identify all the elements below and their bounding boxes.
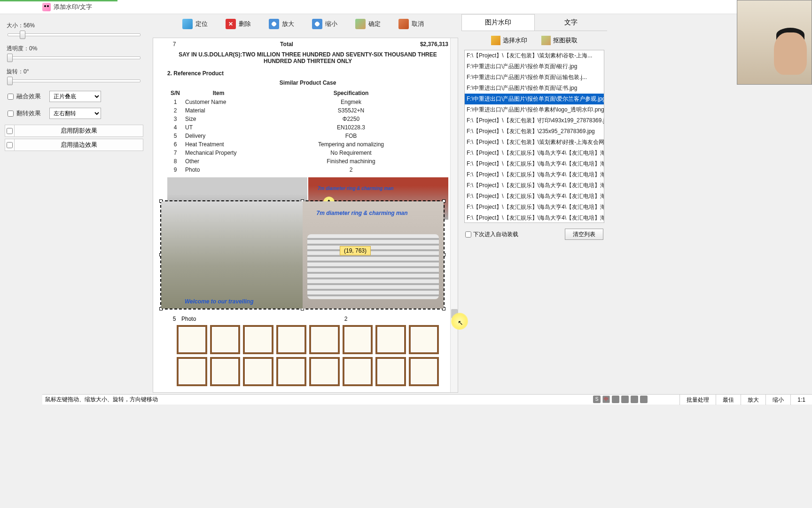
status-hint: 鼠标左键拖动、缩放大小、旋转，方向键移动	[42, 396, 679, 404]
left-panel: 大小：56% 透明度：0% 旋转：0° 融合效果 正片叠底 翻转效果 左右翻转 …	[0, 14, 148, 160]
right-panel: 图片水印 文字 选择水印 抠图获取 F:\【Project】\【友汇包装】\策划…	[461, 14, 607, 246]
confirm-icon	[355, 19, 366, 29]
selected-photo-right: 7m diameter ring & charming man	[303, 201, 444, 309]
delete-icon: ✕	[226, 19, 236, 29]
opacity-label: 透明度：	[7, 45, 29, 52]
file-list[interactable]: F:\【Project】\【友汇包装】\策划素材\谷歌-上海...F:\中重进出…	[464, 50, 604, 223]
file-row[interactable]: F:\【Project】\【友汇娱乐】\海岛大亨4\【友汇电培】海岛...	[465, 191, 604, 202]
bestfit-button[interactable]: 最佳	[716, 395, 741, 405]
rotate-slider[interactable]	[8, 79, 141, 82]
app-icon	[42, 3, 51, 11]
sogou-icon[interactable]: S	[593, 396, 601, 403]
clear-list-button[interactable]: 清空列表	[565, 229, 603, 240]
rotate-label: 旋转：	[7, 68, 23, 75]
file-row[interactable]: F:\【Project】\【友汇娱乐】\海岛大亨4\【友汇电培】海岛...	[465, 213, 604, 223]
tab-image-watermark[interactable]: 图片水印	[461, 14, 535, 31]
statusbar: 鼠标左键拖动、缩放大小、旋转，方向键移动 批量处理 最佳 放大 缩小 1:1	[42, 394, 812, 405]
titlebar: 添加水印/文字	[0, 0, 812, 14]
zoomin-bottom-button[interactable]: 放大	[741, 395, 765, 405]
select-watermark-button[interactable]: 选择水印	[491, 36, 527, 45]
ime-tray: S 中	[593, 394, 648, 405]
ratio-button[interactable]: 1:1	[790, 395, 812, 405]
file-row[interactable]: F:\【Project】\【友汇娱乐】\海岛大亨4\【友汇电培】海岛...	[465, 202, 604, 213]
cancel-icon	[398, 19, 409, 29]
size-value: 56%	[23, 22, 35, 29]
snip-watermark-button[interactable]: 抠图获取	[541, 36, 578, 45]
toolbar: 定位 ✕删除 放大 缩小 确定 取消	[182, 19, 424, 29]
ime-settings-icon[interactable]	[640, 396, 648, 403]
document-preview: 7 Total $2,376,313 SAY IN U.S.DOLLAR(S):…	[153, 38, 458, 222]
confirm-button[interactable]: 确定	[355, 19, 381, 29]
ime-keyboard-icon[interactable]	[631, 396, 638, 403]
zoomout-icon	[312, 19, 322, 29]
zoomin-button[interactable]: 放大	[269, 19, 294, 29]
shadow-toggle[interactable]: 启用阴影效果	[5, 125, 143, 137]
reference-heading: 2. Reference Product	[167, 70, 448, 77]
opacity-value: 0%	[29, 45, 37, 52]
file-row[interactable]: F:\中重进出口\产品图片\报价单页面\证书.jpg	[465, 83, 604, 94]
locate-button[interactable]: 定位	[182, 19, 208, 29]
flip-label: 翻转效果	[16, 109, 49, 118]
file-row[interactable]: F:\中重进出口\产品图片\报价单素材\logo_透明水印.png	[465, 104, 604, 115]
auto-load-checkbox[interactable]: 下次进入自动装载	[465, 230, 518, 238]
zoomout-button[interactable]: 缩小	[312, 19, 337, 29]
delete-button[interactable]: ✕删除	[226, 19, 251, 29]
blend-select[interactable]: 正片叠底	[49, 91, 101, 102]
certificate-grid	[177, 325, 439, 389]
size-label: 大小：	[7, 22, 23, 29]
window-title: 添加水印/文字	[54, 3, 92, 11]
similar-title: Similar Product Case	[167, 79, 448, 86]
flip-select[interactable]: 左右翻转	[49, 108, 101, 119]
select-icon	[491, 36, 500, 45]
locate-icon	[182, 19, 193, 29]
file-row[interactable]: F:\【Project】\【友汇包装】\打印\493x199_27878369.…	[465, 115, 604, 126]
file-row[interactable]: F:\【Project】\【友汇包装】\策划素材\好搜-上海友会网络...	[465, 137, 604, 148]
batch-button[interactable]: 批量处理	[679, 395, 716, 405]
zoomout-bottom-button[interactable]: 缩小	[765, 395, 790, 405]
amount-words: SAY IN U.S.DOLLAR(S):TWO MILLION THREE H…	[167, 51, 448, 64]
file-row[interactable]: F:\中重进出口\产品图片\报价单页面\运输包装.j...	[465, 72, 604, 83]
file-row[interactable]: F:\【Project】\【友汇娱乐】\海岛大亨4\【友汇电培】海岛...	[465, 148, 604, 159]
webcam-overlay	[737, 0, 812, 85]
file-row[interactable]: F:\中重进出口\产品图片\报价单页面\银行.jpg	[465, 61, 604, 72]
file-row[interactable]: F:\【Project】\【友汇包装】\235x95_27878369.jpg	[465, 126, 604, 137]
file-row[interactable]: F:\【Project】\【友汇娱乐】\海岛大亨4\【友汇电培】海岛...	[465, 169, 604, 180]
selected-photo-left: Welcome to our travelling	[161, 201, 303, 309]
product-table: S/NItemSpecification 1Customer NameEngme…	[167, 89, 448, 175]
ime-lang-icon[interactable]: 中	[602, 396, 610, 403]
canvas[interactable]: 7 Total $2,376,313 SAY IN U.S.DOLLAR(S):…	[153, 38, 458, 393]
ime-punct-icon[interactable]	[621, 396, 629, 403]
file-row[interactable]: F:\【Project】\【友汇包装】\策划素材\谷歌-上海...	[465, 50, 604, 61]
zoomin-icon	[269, 19, 279, 29]
file-row[interactable]: F:\【Project】\【友汇娱乐】\海岛大亨4\【友汇电培】海岛...	[465, 159, 604, 169]
file-row[interactable]: F:\【Project】\【友汇娱乐】\海岛大亨4\【友汇电培】海岛...	[465, 180, 604, 191]
ime-mode-icon[interactable]	[612, 396, 619, 403]
snip-icon	[541, 36, 551, 45]
blend-label: 融合效果	[16, 92, 49, 101]
size-slider[interactable]	[8, 33, 141, 36]
flip-checkbox[interactable]	[8, 111, 14, 117]
opacity-slider[interactable]	[8, 56, 141, 59]
cursor-icon: ↖	[458, 319, 463, 326]
blend-checkbox[interactable]	[8, 94, 14, 100]
coordinate-tooltip: (19, 763)	[340, 246, 371, 255]
scrollbar-vertical[interactable]	[450, 38, 458, 392]
tab-text[interactable]: 文字	[535, 14, 607, 31]
rotate-value: 0°	[23, 68, 29, 75]
cancel-button[interactable]: 取消	[398, 19, 424, 29]
file-row[interactable]: F:\中重进出口\产品图片\报价单页面\爱尔兰客户参观.jpg	[465, 94, 604, 104]
watermark-selection[interactable]: ✥ Welcome to our travelling 7m diameter …	[160, 200, 445, 310]
stroke-toggle[interactable]: 启用描边效果	[5, 139, 143, 151]
